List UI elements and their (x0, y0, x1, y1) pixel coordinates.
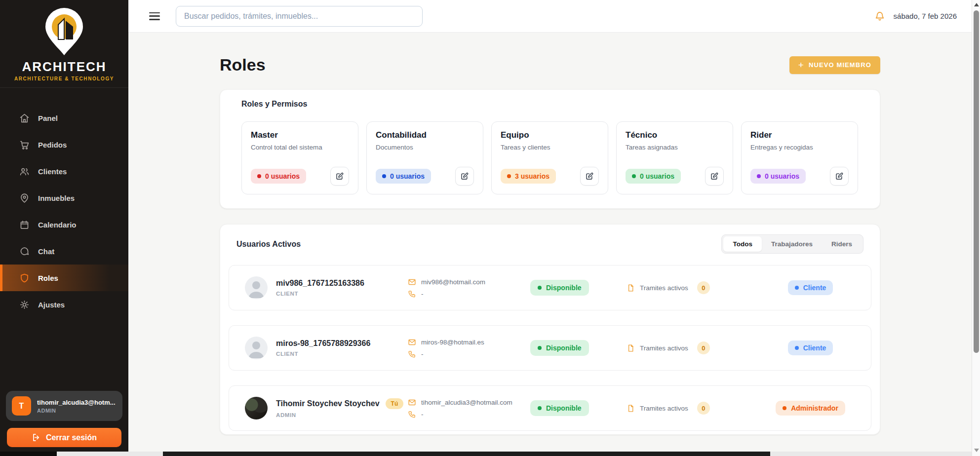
tramites-label: Tramites activos (640, 344, 688, 352)
role-users-badge: 0 usuarios (376, 169, 431, 184)
status-dot (382, 174, 386, 178)
tab-todos[interactable]: Todos (723, 236, 762, 252)
user-role-label: CLIENT (276, 291, 364, 297)
architech-logo-icon (43, 7, 85, 56)
edit-role-button[interactable] (705, 167, 724, 186)
user-name: Tihomir Stoychev Stoychev (276, 399, 380, 408)
edit-role-button[interactable] (830, 167, 849, 186)
sidebar-item-label: Chat (38, 247, 54, 256)
brand-tagline: ARCHITECTURE & TECHNOLOGY (0, 76, 128, 81)
status-dot (538, 286, 542, 290)
new-member-button[interactable]: + NUEVO MIEMBRO (789, 56, 880, 74)
plus-icon: + (798, 60, 804, 70)
user-filter-tabs: Todos Trabajadores Riders (721, 234, 863, 254)
role-card-equipo: Equipo Tareas y clientes 3 usuarios (491, 121, 608, 194)
vertical-scrollbar-thumb[interactable] (974, 10, 979, 353)
user-role-label: ADMIN (276, 412, 403, 418)
user-row[interactable]: miros-98_1765788929366 CLIENT miros-98@h… (229, 325, 871, 371)
users-panel-title: Usuarios Activos (236, 240, 301, 249)
notifications-bell-icon[interactable] (874, 10, 886, 22)
menu-toggle-icon[interactable] (149, 12, 160, 20)
user-type-badge: Cliente (788, 280, 833, 295)
mail-icon (408, 398, 416, 407)
current-user-role: ADMIN (37, 408, 116, 414)
role-card-contabilidad: Contabilidad Documentos 0 usuarios (366, 121, 483, 194)
mail-icon (408, 278, 416, 286)
roles-panel-title: Roles y Permisos (241, 100, 859, 109)
role-users-badge: 0 usuarios (626, 169, 681, 184)
role-description: Tareas asignadas (626, 144, 724, 151)
tab-trabajadores[interactable]: Trabajadores (762, 236, 822, 252)
sidebar-item-label: Ajustes (38, 301, 65, 309)
status-dot (507, 174, 511, 178)
user-email: miv986@hotmail.com (421, 278, 485, 286)
tramites-label: Tramites activos (640, 284, 688, 292)
status-dot (632, 174, 636, 178)
topbar-right: sábado, 7 feb 2026 (874, 10, 957, 22)
vertical-scrollbar[interactable] (972, 0, 980, 456)
user-rows: miv986_1767125163386 CLIENT miv986@hotma… (229, 265, 871, 431)
role-card-master: Master Control total del sistema 0 usuar… (241, 121, 358, 194)
role-users-badge: 0 usuarios (750, 169, 806, 184)
role-name: Equipo (501, 130, 599, 140)
document-icon (627, 404, 635, 413)
sidebar-item-panel[interactable]: Panel (0, 105, 128, 131)
sidebar-item-label: Inmuebles (38, 194, 75, 202)
sidebar-item-pedidos[interactable]: Pedidos (0, 131, 128, 158)
role-users-badge: 0 usuarios (251, 169, 306, 184)
role-name: Contabilidad (376, 130, 474, 140)
map-pin-icon (19, 192, 30, 203)
sidebar-item-inmuebles[interactable]: Inmuebles (0, 185, 128, 211)
role-cards: Master Control total del sistema 0 usuar… (241, 121, 859, 194)
horizontal-scrollbar-thumb[interactable] (163, 452, 770, 456)
tramites-count-badge: 0 (697, 342, 710, 354)
role-description: Tareas y clientes (501, 144, 599, 151)
status-dot (538, 406, 542, 410)
sidebar-bottom: T tihomir_alcudia3@hotm... ADMIN Cerrar … (0, 391, 128, 456)
phone-icon (408, 290, 416, 298)
sidebar-item-label: Calendario (38, 221, 77, 229)
logout-button[interactable]: Cerrar sesión (7, 428, 121, 447)
avatar-placeholder (245, 337, 268, 359)
scroll-up-arrow-icon[interactable] (974, 3, 979, 6)
edit-icon (585, 172, 594, 181)
document-icon (627, 284, 635, 292)
sidebar-divider (0, 87, 128, 88)
edit-role-button[interactable] (455, 167, 474, 186)
user-row[interactable]: miv986_1767125163386 CLIENT miv986@hotma… (229, 265, 871, 310)
status-badge: Disponible (530, 280, 589, 296)
status-dot (757, 174, 761, 178)
phone-icon (408, 350, 416, 358)
sidebar-item-clientes[interactable]: Clientes (0, 158, 128, 185)
user-email: tihomir_alcudia3@hotmail.com (421, 399, 512, 406)
edit-role-button[interactable] (330, 167, 349, 186)
scroll-down-arrow-icon[interactable] (974, 449, 979, 452)
sidebar-item-roles[interactable]: Roles (0, 265, 128, 291)
current-user-card[interactable]: T tihomir_alcudia3@hotm... ADMIN (6, 391, 122, 421)
user-phone: - (421, 411, 424, 418)
calendar-icon (19, 219, 30, 230)
user-type-badge: Administrador (776, 401, 845, 416)
status-dot (795, 286, 799, 290)
logout-icon (32, 433, 41, 442)
sidebar-item-chat[interactable]: Chat (0, 238, 128, 265)
current-date: sábado, 7 feb 2026 (894, 12, 957, 20)
tab-riders[interactable]: Riders (822, 236, 862, 252)
sidebar-item-ajustes[interactable]: Ajustes (0, 291, 128, 318)
edit-icon (710, 172, 719, 181)
user-row[interactable]: Tihomir Stoychev Stoychev Tú ADMIN tihom… (229, 385, 871, 431)
search-input[interactable] (176, 6, 423, 27)
role-card-tecnico: Técnico Tareas asignadas 0 usuarios (616, 121, 733, 194)
sidebar-item-calendario[interactable]: Calendario (0, 211, 128, 238)
horizontal-scrollbar[interactable] (0, 452, 972, 456)
role-name: Técnico (626, 130, 724, 140)
tramites-count-badge: 0 (697, 402, 710, 415)
user-name: miv986_1767125163386 (276, 279, 364, 288)
edit-role-button[interactable] (580, 167, 599, 186)
role-card-rider: Rider Entregas y recogidas 0 usuarios (741, 121, 858, 194)
page-header: Roles + NUEVO MIEMBRO (220, 55, 880, 75)
user-type-badge: Cliente (788, 341, 833, 355)
sidebar-item-label: Roles (38, 274, 58, 282)
status-badge: Disponible (530, 340, 589, 356)
avatar: T (12, 396, 31, 416)
